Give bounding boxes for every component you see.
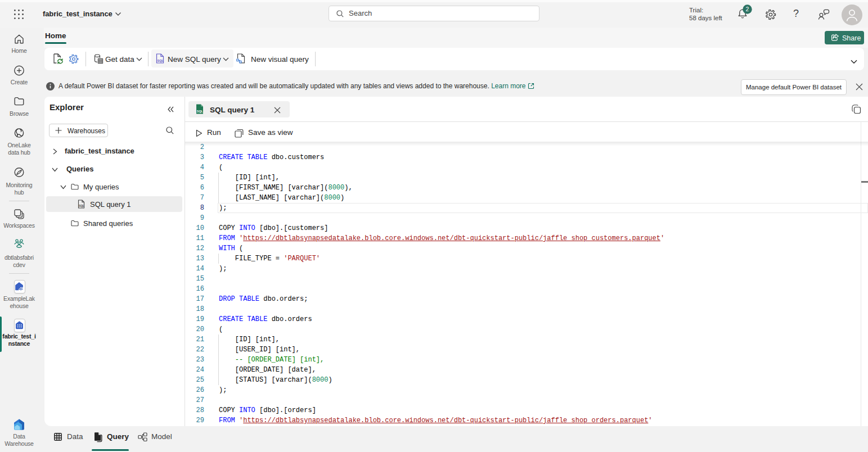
svg-text:SQL: SQL <box>158 59 164 62</box>
svg-text:SQL: SQL <box>79 205 84 207</box>
svg-text:SQL: SQL <box>197 110 204 113</box>
svg-text:2: 2 <box>746 6 749 12</box>
